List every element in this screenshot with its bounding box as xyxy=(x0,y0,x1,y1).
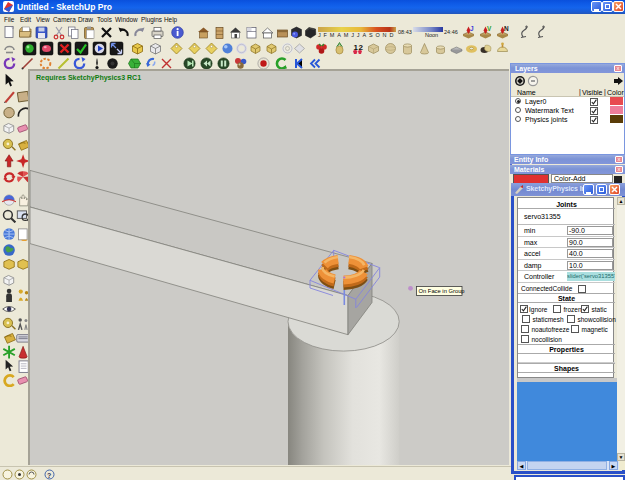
svg-text:Requires SketchyPhysics3 RC1: Requires SketchyPhysics3 RC1 xyxy=(36,74,141,82)
svg-text:J: J xyxy=(470,25,474,32)
svg-text:V: V xyxy=(487,25,492,32)
svg-text:2: 2 xyxy=(359,43,364,52)
svg-text:N: N xyxy=(504,25,509,32)
svg-text:?: ? xyxy=(47,472,51,479)
svg-text:On Face in Group: On Face in Group xyxy=(419,288,465,294)
